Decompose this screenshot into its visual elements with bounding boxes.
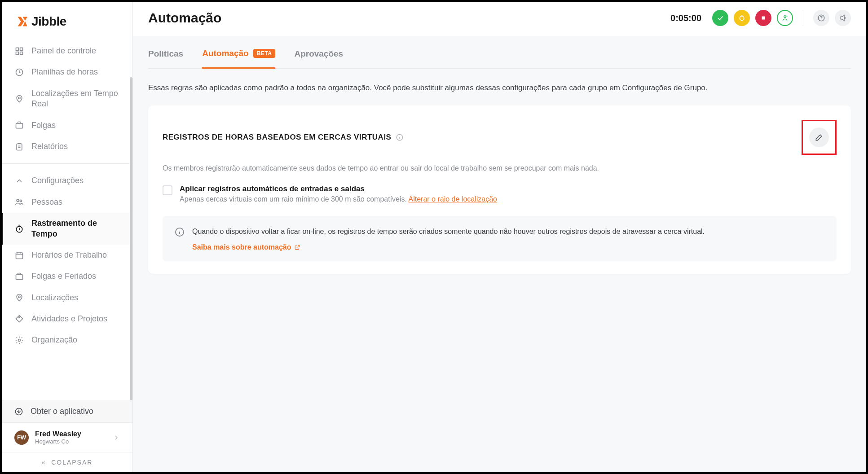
topbar: Automação 0:05:00 — [133, 2, 866, 36]
sidebar-item-label: Pessoas — [31, 197, 62, 207]
svg-rect-1 — [20, 48, 23, 50]
external-link-icon — [294, 244, 300, 250]
timer-display: 0:05:00 — [670, 13, 701, 23]
suitcase-icon — [14, 272, 24, 281]
clock-icon — [14, 67, 24, 77]
sidebar-item-live-locations[interactable]: Localizações em Tempo Real — [2, 83, 132, 115]
sidebar-item-settings[interactable]: Configurações — [2, 170, 132, 191]
sidebar-item-label: Atividades e Projetos — [31, 314, 107, 324]
chevron-up-icon — [14, 176, 24, 186]
svg-rect-0 — [16, 48, 19, 50]
calendar-clock-icon — [14, 250, 24, 260]
tab-automation[interactable]: Automação BETA — [202, 48, 275, 69]
sidebar-item-organization[interactable]: Organização — [2, 329, 132, 351]
svg-rect-2 — [16, 52, 19, 54]
divider — [2, 163, 132, 164]
checkbox[interactable] — [163, 185, 172, 195]
page-title: Automação — [148, 10, 221, 26]
sidebar-item-label: Organização — [31, 335, 77, 345]
clipboard-icon — [14, 142, 24, 152]
pin-icon — [14, 94, 24, 104]
auto-clock-option: Aplicar registros automáticos de entrada… — [163, 184, 837, 203]
stopwatch-icon — [14, 224, 24, 234]
sidebar-item-reports[interactable]: Relatórios — [2, 136, 132, 157]
sidebar-item-holidays[interactable]: Folgas e Feriados — [2, 266, 132, 287]
geofence-card: REGISTROS DE HORAS BASEADOS EM CERCAS VI… — [148, 105, 851, 274]
gear-icon — [14, 335, 24, 345]
info-icon — [174, 227, 185, 237]
grid-icon — [14, 46, 24, 56]
info-icon[interactable] — [396, 133, 404, 141]
help-button[interactable] — [813, 10, 829, 26]
sidebar-item-locations[interactable]: Localizações — [2, 287, 132, 308]
location-icon — [14, 293, 24, 303]
svg-point-14 — [19, 316, 20, 318]
sidebar-item-activities[interactable]: Atividades e Projetos — [2, 308, 132, 329]
people-icon — [14, 197, 24, 207]
svg-point-13 — [18, 296, 20, 298]
tab-approvals[interactable]: Aprovações — [294, 48, 343, 68]
user-org: Hogwarts Co — [35, 438, 106, 445]
learn-more-link[interactable]: Saiba mais sobre automação — [192, 243, 300, 251]
sidebar-item-label: Planilhas de horas — [31, 67, 98, 77]
sidebar-item-label: Localizações em Tempo Real — [31, 88, 120, 110]
edit-highlight — [802, 120, 837, 155]
sidebar-item-schedules[interactable]: Horários de Trabalho — [2, 245, 132, 266]
sidebar-item-time-tracking[interactable]: Rastreamento de Tempo — [2, 213, 132, 245]
sidebar: Jibble Painel de controle Planilhas de h… — [2, 2, 133, 472]
nav-primary: Painel de controle Planilhas de horas Lo… — [2, 39, 132, 159]
user-status-button[interactable] — [777, 10, 793, 26]
brand-icon — [16, 15, 29, 28]
scrollbar-thumb[interactable] — [130, 77, 132, 400]
user-menu[interactable]: FW Fred Weasley Hogwarts Co — [2, 422, 132, 452]
break-button[interactable] — [734, 10, 750, 26]
collapse-button[interactable]: « COLAPSAR — [2, 452, 132, 472]
svg-point-9 — [20, 200, 22, 202]
user-name: Fred Weasley — [35, 430, 106, 438]
sidebar-item-label: Rastreamento de Tempo — [31, 218, 120, 239]
logo[interactable]: Jibble — [2, 2, 132, 39]
briefcase-icon — [14, 120, 24, 130]
sidebar-item-label: Horários de Trabalho — [31, 250, 107, 260]
svg-rect-12 — [16, 275, 23, 280]
clock-out-button[interactable] — [755, 10, 771, 26]
get-app-button[interactable]: Obter o aplicativo — [2, 400, 132, 422]
change-radius-link[interactable]: Alterar o raio de localização — [409, 195, 497, 203]
chevrons-left-icon: « — [42, 459, 52, 466]
clock-in-button[interactable] — [712, 10, 728, 26]
tabs: Políticas Automação BETA Aprovações — [148, 36, 851, 69]
tab-policies[interactable]: Políticas — [148, 48, 183, 68]
info-note: Quando o dispositivo voltar a ficar on-l… — [163, 216, 837, 262]
svg-rect-18 — [762, 17, 765, 20]
svg-point-8 — [17, 200, 19, 202]
sidebar-item-label: Localizações — [31, 293, 78, 303]
option-title: Aplicar registros automáticos de entrada… — [180, 184, 497, 193]
chevron-right-icon — [113, 434, 120, 441]
svg-point-17 — [740, 16, 744, 20]
svg-point-19 — [784, 16, 786, 18]
intro-text: Essas regras são aplicadas como padrão a… — [148, 69, 851, 105]
sidebar-item-timeoff[interactable]: Folgas — [2, 115, 132, 136]
svg-rect-7 — [17, 144, 22, 150]
edit-button[interactable] — [809, 127, 829, 147]
card-description: Os membros registrarão automaticamente s… — [163, 163, 837, 174]
beta-badge: BETA — [253, 49, 276, 58]
sidebar-item-people[interactable]: Pessoas — [2, 192, 132, 213]
brand-text: Jibble — [31, 14, 66, 29]
whats-new-button[interactable] — [835, 10, 851, 26]
sidebar-item-timesheets[interactable]: Planilhas de horas — [2, 61, 132, 83]
sidebar-item-label: Configurações — [31, 176, 84, 186]
svg-rect-6 — [16, 123, 23, 128]
note-text: Quando o dispositivo voltar a ficar on-l… — [192, 226, 705, 237]
get-app-label: Obter o aplicativo — [31, 407, 93, 416]
sidebar-item-dashboard[interactable]: Painel de controle — [2, 40, 132, 61]
svg-rect-3 — [20, 52, 23, 54]
sidebar-item-label: Relatórios — [31, 141, 68, 152]
svg-rect-11 — [16, 253, 23, 259]
pencil-icon — [815, 133, 824, 142]
sidebar-item-label: Folgas e Feriados — [31, 271, 96, 281]
svg-point-15 — [18, 339, 21, 342]
tag-icon — [14, 314, 24, 324]
divider — [803, 10, 803, 26]
sidebar-item-label: Painel de controle — [31, 46, 96, 56]
